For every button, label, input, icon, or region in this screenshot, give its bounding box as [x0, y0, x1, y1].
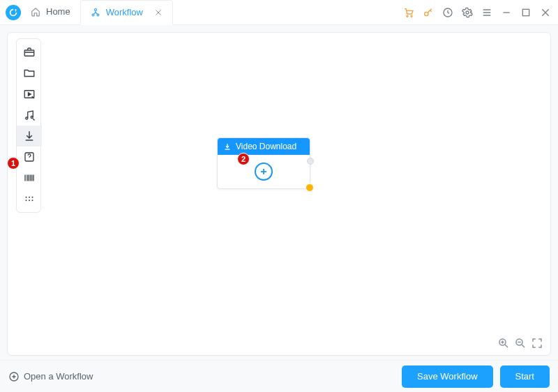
- titlebar-actions: [403, 7, 558, 18]
- node-toolbar: [16, 38, 41, 213]
- key-icon[interactable]: [423, 7, 434, 18]
- video-download-node[interactable]: Video Download: [217, 137, 310, 189]
- svg-point-16: [32, 197, 33, 198]
- open-workflow-label: Open a Workflow: [24, 371, 93, 382]
- download-icon[interactable]: [17, 126, 42, 146]
- cart-icon[interactable]: [403, 7, 414, 18]
- workflow-icon: [91, 8, 100, 17]
- menu-icon[interactable]: [481, 7, 492, 18]
- svg-point-18: [29, 199, 30, 201]
- node-header[interactable]: Video Download: [218, 138, 310, 155]
- close-icon[interactable]: [540, 7, 551, 18]
- node-warning-icon: [306, 183, 314, 192]
- svg-point-0: [94, 8, 96, 10]
- save-workflow-button[interactable]: Save Workflow: [402, 365, 492, 388]
- folder-icon[interactable]: [17, 63, 42, 84]
- home-icon: [31, 7, 40, 17]
- annotation-badge-1: 1: [7, 157, 20, 169]
- workspace-canvas[interactable]: 1 Video Download 2: [7, 32, 551, 356]
- annotation-badge-2: 2: [237, 153, 250, 165]
- help-icon[interactable]: [17, 146, 42, 167]
- maximize-icon[interactable]: [520, 7, 531, 18]
- svg-point-3: [407, 15, 408, 17]
- add-source-button[interactable]: [255, 163, 273, 181]
- settings-icon[interactable]: [462, 7, 473, 18]
- tab-home[interactable]: Home: [21, 0, 80, 25]
- music-icon[interactable]: [17, 105, 42, 126]
- titlebar: Home Workflow: [0, 0, 558, 25]
- tab-workflow[interactable]: Workflow: [80, 0, 173, 25]
- zoom-in-icon[interactable]: [497, 337, 510, 349]
- history-icon[interactable]: [442, 7, 453, 18]
- svg-point-7: [466, 11, 469, 14]
- barcode-icon[interactable]: [17, 167, 42, 188]
- svg-point-15: [29, 197, 30, 198]
- svg-point-4: [411, 15, 412, 17]
- node-body[interactable]: [218, 155, 310, 188]
- toolbox-icon[interactable]: [17, 42, 42, 63]
- svg-rect-9: [24, 50, 34, 56]
- node-output-port[interactable]: [307, 158, 314, 165]
- zoom-controls: [497, 337, 543, 349]
- zoom-out-icon[interactable]: [514, 337, 527, 349]
- svg-point-19: [32, 199, 33, 201]
- svg-point-12: [31, 116, 33, 119]
- svg-point-14: [26, 197, 27, 198]
- tab-workflow-label: Workflow: [106, 7, 143, 17]
- svg-point-5: [425, 12, 428, 15]
- start-button[interactable]: Start: [500, 365, 550, 388]
- tab-close-icon[interactable]: [154, 8, 163, 17]
- download-small-icon: [223, 142, 232, 151]
- fit-screen-icon[interactable]: [531, 337, 543, 349]
- svg-point-11: [26, 117, 28, 119]
- play-icon[interactable]: [17, 84, 42, 105]
- app-logo-icon: [6, 5, 21, 20]
- more-icon[interactable]: [17, 188, 42, 209]
- minimize-icon[interactable]: [501, 7, 512, 18]
- tab-home-label: Home: [46, 6, 70, 17]
- svg-rect-8: [522, 9, 529, 15]
- open-workflow-button[interactable]: Open a Workflow: [8, 371, 93, 382]
- node-title: Video Download: [236, 142, 296, 151]
- footer: Open a Workflow Save Workflow Start: [0, 360, 558, 392]
- svg-point-17: [26, 199, 27, 201]
